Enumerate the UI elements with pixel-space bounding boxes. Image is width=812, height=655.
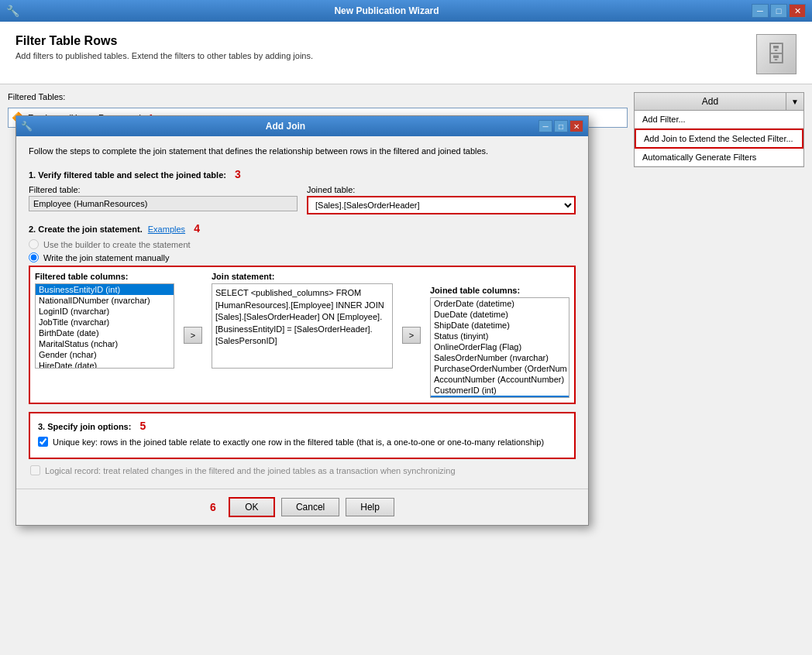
radio-row-2: Write the join statement manually bbox=[29, 252, 576, 262]
step3-badge: 3 bbox=[235, 168, 241, 180]
radio-manual-label: Write the join statement manually bbox=[43, 253, 169, 262]
insert-arrow-button[interactable]: > bbox=[184, 327, 202, 344]
dialog-close-button[interactable]: ✕ bbox=[569, 120, 583, 132]
joined-table-select[interactable]: [Sales].[SalesOrderHeader] bbox=[308, 197, 574, 213]
list-item[interactable]: NationalIDNumber (nvarchar) bbox=[36, 295, 174, 306]
list-item[interactable]: DueDate (datetime) bbox=[431, 309, 569, 320]
list-item[interactable]: MaritalStatus (nchar) bbox=[36, 338, 174, 349]
step3-label: 3. Specify join options: 5 bbox=[38, 420, 566, 432]
step5-badge: 5 bbox=[139, 420, 146, 432]
joined-table-col: Joined table: [Sales].[SalesOrderHeader] bbox=[307, 185, 576, 214]
filtered-columns-listbox[interactable]: BusinessEntityID (int) NationalIDNumber … bbox=[35, 283, 174, 369]
window-controls: ─ □ ✕ bbox=[752, 4, 806, 18]
dialog-description: Follow the steps to complete the join st… bbox=[29, 146, 576, 157]
list-item[interactable]: OnlineOrderFlag (Flag) bbox=[431, 341, 569, 352]
close-button[interactable]: ✕ bbox=[789, 4, 806, 18]
list-item[interactable]: BusinessEntityID (int) bbox=[36, 284, 174, 295]
list-item[interactable]: OrderDate (datetime) bbox=[431, 298, 569, 309]
ok-button[interactable]: OK bbox=[229, 497, 275, 517]
list-item[interactable]: JobTitle (nvarchar) bbox=[36, 317, 174, 328]
cancel-button[interactable]: Cancel bbox=[281, 498, 339, 516]
database-icon: 🗄 bbox=[766, 42, 787, 67]
dialog-icon: 🔧 bbox=[21, 121, 33, 132]
insert-arrow-button-2[interactable]: > bbox=[402, 327, 421, 344]
wizard-icon: 🗄 bbox=[756, 34, 797, 74]
step4-badge: 4 bbox=[194, 222, 200, 235]
list-item[interactable]: BirthDate (date) bbox=[36, 328, 174, 338]
step1-cols: Filtered table: Employee (HumanResources… bbox=[29, 185, 576, 214]
logical-record-label: Logical record: treat related changes in… bbox=[45, 465, 456, 476]
filtered-columns-label: Filtered table columns: bbox=[35, 272, 174, 281]
radio-row-1: Use the builder to create the statement bbox=[29, 239, 576, 249]
joined-columns-listbox[interactable]: OrderDate (datetime) DueDate (datetime) … bbox=[430, 297, 569, 398]
checkbox-row-2: Logical record: treat related changes in… bbox=[29, 465, 576, 476]
wizard-description: Add filters to published tables. Extend … bbox=[15, 51, 313, 60]
unique-key-checkbox[interactable] bbox=[38, 437, 48, 447]
help-button[interactable]: Help bbox=[346, 498, 394, 516]
wizard-window: Filter Table Rows Add filters to publish… bbox=[0, 22, 812, 655]
joined-columns-label: Joined table columns: bbox=[430, 286, 569, 295]
minimize-button[interactable]: ─ bbox=[752, 4, 769, 18]
join-statement-area[interactable]: SELECT <published_columns> FROM [HumanRe… bbox=[212, 283, 393, 369]
step2-section: 2. Create the join statement. Examples 4… bbox=[29, 222, 576, 404]
list-item[interactable]: ShipDate (datetime) bbox=[431, 320, 569, 331]
list-item[interactable]: CustomerID (int) bbox=[431, 385, 569, 396]
wizard-header-text: Filter Table Rows Add filters to publish… bbox=[15, 34, 313, 60]
logical-record-checkbox[interactable] bbox=[30, 465, 40, 475]
dialog-maximize-button[interactable]: □ bbox=[554, 120, 568, 132]
list-item[interactable]: AccountNumber (AccountNumber) bbox=[431, 374, 569, 385]
list-item[interactable]: HireDate (date) bbox=[36, 360, 174, 369]
radio-builder[interactable] bbox=[29, 239, 39, 249]
filtered-table-input: Employee (HumanResources) bbox=[29, 196, 298, 211]
checkbox-row-1: Unique key: rows in the joined table rel… bbox=[38, 437, 566, 448]
filtered-table-col-label: Filtered table: bbox=[29, 185, 298, 194]
dialog-content: Follow the steps to complete the join st… bbox=[16, 136, 588, 489]
window-title: New Publication Wizard bbox=[22, 5, 752, 16]
arrow-col: > bbox=[181, 272, 205, 398]
filtered-table-col: Filtered table: Employee (HumanResources… bbox=[29, 185, 298, 214]
list-item[interactable]: PurchaseOrderNumber (OrderNum bbox=[431, 363, 569, 374]
list-item[interactable]: LoginID (nvarchar) bbox=[36, 306, 174, 317]
wizard-title: Filter Table Rows bbox=[15, 34, 313, 48]
step3-box: 3. Specify join options: 5 Unique key: r… bbox=[29, 412, 576, 458]
dialog-title-bar: 🔧 Add Join ─ □ ✕ bbox=[16, 116, 588, 136]
join-statement-text: SELECT <published_columns> FROM [HumanRe… bbox=[215, 288, 384, 345]
app-icon: 🔧 bbox=[6, 5, 19, 17]
wizard-content: Filtered Tables: 🔶 Employee (HumanResour… bbox=[0, 84, 812, 655]
list-item[interactable]: SalesOrderNumber (nvarchar) bbox=[431, 352, 569, 363]
joined-columns-list: Joined table columns: OrderDate (datetim… bbox=[430, 286, 569, 398]
filtered-columns-list: Filtered table columns: BusinessEntityID… bbox=[35, 272, 174, 398]
list-item[interactable]: Gender (nchar) bbox=[36, 349, 174, 360]
maximize-button[interactable]: □ bbox=[770, 4, 787, 18]
wizard-header: Filter Table Rows Add filters to publish… bbox=[0, 22, 812, 84]
examples-link[interactable]: Examples bbox=[148, 225, 185, 234]
step2-label: 2. Create the join statement. Examples 4 bbox=[29, 222, 576, 235]
dialog-controls: ─ □ ✕ bbox=[538, 120, 583, 132]
add-join-dialog: 🔧 Add Join ─ □ ✕ Follow the steps to com… bbox=[15, 115, 589, 526]
dialog-title: Add Join bbox=[33, 121, 538, 132]
joined-table-col-label: Joined table: bbox=[307, 185, 576, 194]
join-stmt-label: Join statement: bbox=[212, 272, 393, 281]
step6-badge: 6 bbox=[210, 501, 216, 513]
dialog-footer: 6 OK Cancel Help bbox=[16, 489, 588, 525]
unique-key-label: Unique key: rows in the joined table rel… bbox=[53, 437, 544, 448]
list-item[interactable]: Status (tinyint) bbox=[431, 331, 569, 341]
arrow-col-2: > bbox=[399, 272, 424, 398]
step1-label: 1. Verify filtered table and select the … bbox=[29, 168, 576, 180]
radio-builder-label: Use the builder to create the statement bbox=[43, 240, 191, 249]
joined-table-box: [Sales].[SalesOrderHeader] bbox=[307, 196, 576, 214]
step1-section: 1. Verify filtered table and select the … bbox=[29, 168, 576, 214]
radio-manual[interactable] bbox=[29, 252, 39, 262]
dialog-overlay: 🔧 Add Join ─ □ ✕ Follow the steps to com… bbox=[0, 84, 812, 655]
title-bar: 🔧 New Publication Wizard ─ □ ✕ bbox=[0, 0, 812, 22]
list-item[interactable]: SalesPersonID (int) bbox=[431, 396, 569, 398]
dialog-minimize-button[interactable]: ─ bbox=[538, 120, 552, 132]
columns-join-area: Filtered table columns: BusinessEntityID… bbox=[29, 266, 576, 404]
join-statement-col: Join statement: SELECT <published_column… bbox=[212, 272, 393, 398]
